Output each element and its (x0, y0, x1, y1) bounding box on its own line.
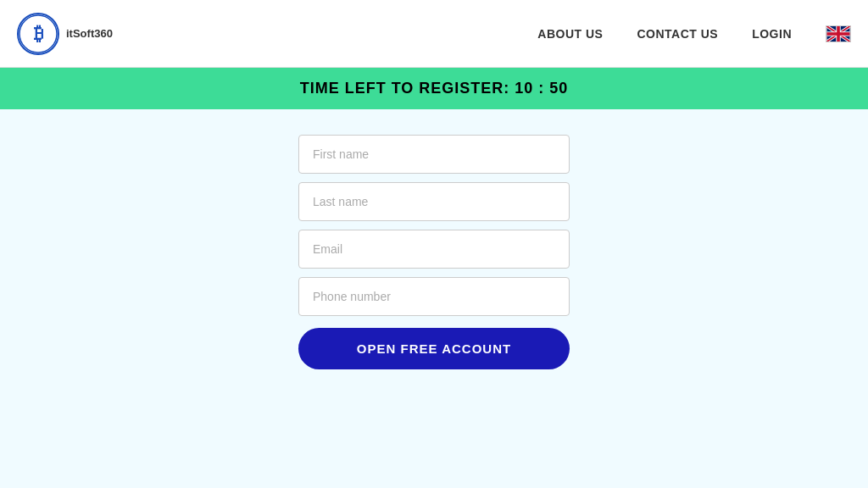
last-name-input[interactable] (298, 182, 570, 221)
logo-area: ₿ itSoft360 (17, 13, 113, 55)
main-content: OPEN FREE ACCOUNT (0, 109, 868, 369)
logo-icon: ₿ (17, 13, 59, 55)
svg-text:₿: ₿ (34, 23, 43, 44)
nav-login[interactable]: LOGIN (752, 27, 792, 41)
nav-links: ABOUT US CONTACT US LOGIN (537, 25, 851, 42)
logo-text: itSoft360 (66, 27, 113, 40)
registration-form: OPEN FREE ACCOUNT (298, 135, 570, 369)
email-input[interactable] (298, 230, 570, 269)
first-name-input[interactable] (298, 135, 570, 174)
phone-input[interactable] (298, 277, 570, 316)
language-flag[interactable] (826, 25, 851, 42)
nav-contact[interactable]: CONTACT US (637, 27, 718, 41)
svg-rect-11 (827, 32, 850, 36)
open-account-button[interactable]: OPEN FREE ACCOUNT (298, 328, 570, 369)
timer-text: TIME LEFT TO REGISTER: 10 : 50 (300, 80, 569, 97)
timer-banner: TIME LEFT TO REGISTER: 10 : 50 (0, 68, 868, 109)
header: ₿ itSoft360 ABOUT US CONTACT US LOGIN (0, 0, 868, 68)
nav-about[interactable]: ABOUT US (537, 27, 603, 41)
